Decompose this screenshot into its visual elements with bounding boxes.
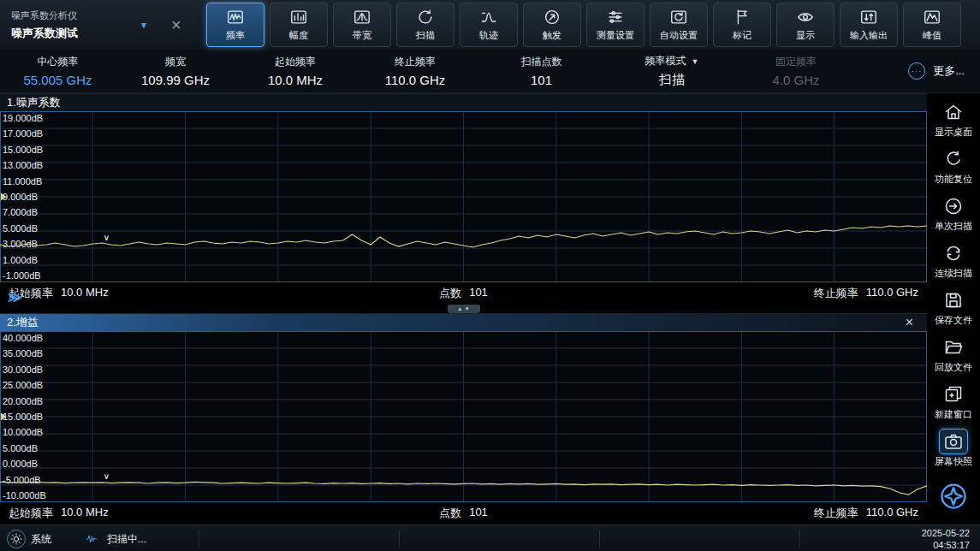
system-label: 系统: [31, 532, 51, 547]
app-close-icon[interactable]: ×: [162, 15, 191, 35]
param-label: 固定频率: [775, 55, 817, 69]
system-button[interactable]: 系统: [0, 530, 51, 548]
toolbar-button-peak[interactable]: 峰值: [903, 3, 961, 47]
y-axis-tick-label: 3.000dB: [3, 239, 38, 249]
datetime-display: 2025-05-22 04:53:17: [922, 527, 980, 551]
toolbar-button-io[interactable]: 输入输出: [840, 3, 898, 47]
toolbar-button-bandwidth[interactable]: 带宽: [333, 3, 391, 47]
param-field-2[interactable]: 起始频率10.0 MHz: [235, 50, 355, 92]
main-toolbar: 频率幅度带宽扫描轨迹触发测量设置自动设置标记显示输入输出峰值: [206, 3, 961, 47]
param-label: 频率模式: [645, 54, 686, 68]
param-value: 110.0 GHz: [385, 73, 446, 87]
toolbar-button-sweep[interactable]: 扫描: [396, 3, 454, 47]
playback-icon: [940, 335, 967, 359]
start-freq-label: 起始频率: [9, 506, 53, 521]
navigator-icon: [936, 479, 971, 513]
sidebar-button-continuous-sweep[interactable]: 连续扫描: [927, 237, 980, 284]
sidebar-button-label: 功能复位: [935, 173, 972, 186]
content-area: 1.噪声系数19.000dB17.000dB15.000dB13.000dB11…: [0, 93, 980, 524]
device-name: 噪声系数分析仪: [11, 9, 140, 22]
sidebar-button-save[interactable]: 保存文件: [927, 284, 980, 331]
trace-marker-icon: ∨: [104, 471, 110, 481]
splitter-handle[interactable]: ▴▾: [448, 305, 480, 313]
param-value: 扫描: [659, 72, 685, 88]
sidebar-button-label: 连续扫描: [935, 267, 972, 280]
gain-plot[interactable]: 40.000dB35.000dB30.000dB25.000dB20.000dB…: [0, 331, 927, 502]
points-label: 点数: [439, 286, 461, 301]
right-sidebar: 显示桌面功能复位单次扫描连续扫描保存文件回放文件新建窗口屏幕快照: [927, 93, 980, 524]
toolbar-button-measure-setup[interactable]: 测量设置: [586, 3, 644, 47]
y-axis-tick-label: 15.000dB: [3, 412, 43, 422]
param-field-3[interactable]: 终止频率110.0 GHz: [355, 50, 475, 92]
statusbar-separator: [399, 530, 400, 548]
toolbar-button-label: 测量设置: [597, 29, 634, 42]
toolbar-button-label: 带宽: [353, 29, 371, 42]
statusbar-separator: [599, 530, 600, 548]
date-label: 2025-05-22: [922, 527, 970, 539]
y-axis-tick-label: 19.000dB: [3, 113, 43, 123]
reset-icon: [940, 147, 967, 171]
param-field-1[interactable]: 频宽109.99 GHz: [116, 50, 235, 92]
sidebar-button-screenshot[interactable]: 屏幕快照: [927, 425, 980, 472]
y-axis-tick-label: 15.000dB: [3, 145, 43, 155]
mode-dropdown-caret[interactable]: ▼: [140, 21, 148, 30]
window-splitter: ▴▾: [0, 305, 927, 313]
sidebar-button-reset[interactable]: 功能复位: [927, 143, 980, 190]
chart-title-bar[interactable]: 2.增益×: [0, 313, 927, 331]
sidebar-button-navigator[interactable]: [927, 472, 980, 519]
more-button[interactable]: ···更多...: [908, 62, 980, 80]
y-axis-tick-label: -1.000dB: [3, 270, 41, 281]
scan-status[interactable]: 扫描中...: [82, 532, 146, 547]
param-value: 101: [531, 73, 552, 87]
noise-figure-plot[interactable]: 19.000dB17.000dB15.000dB13.000dB11.000dB…: [0, 111, 927, 282]
y-axis-tick-label: 9.000dB: [3, 192, 38, 202]
expand-chevron[interactable]: ≫: [8, 289, 22, 305]
chevron-down-icon: ▼: [692, 57, 699, 66]
sidebar-button-desktop[interactable]: 显示桌面: [927, 96, 980, 143]
points-value: 101: [469, 506, 488, 521]
sidebar-button-single-sweep[interactable]: 单次扫描: [927, 190, 980, 237]
param-label: 扫描点数: [521, 55, 562, 69]
parameter-bar: 中心频率55.005 GHz频宽109.99 GHz起始频率10.0 MHz终止…: [0, 50, 980, 93]
toolbar-button-label: 显示: [796, 29, 815, 42]
sidebar-button-label: 保存文件: [935, 314, 972, 327]
start-freq-value: 10.0 MHz: [61, 286, 109, 301]
param-label: 中心频率: [38, 55, 79, 69]
trace-icon: [479, 8, 498, 27]
sidebar-button-label: 回放文件: [935, 361, 972, 374]
sidebar-button-playback[interactable]: 回放文件: [927, 331, 980, 378]
toolbar-button-label: 频率: [226, 29, 245, 42]
toolbar-button-amplitude[interactable]: 幅度: [270, 3, 328, 47]
screenshot-icon: [940, 430, 967, 453]
param-value: 10.0 MHz: [268, 73, 323, 87]
toolbar-button-label: 自动设置: [660, 29, 698, 42]
param-field-0[interactable]: 中心频率55.005 GHz: [0, 50, 116, 92]
sidebar-button-new-window[interactable]: 新建窗口: [927, 378, 980, 425]
toolbar-button-display[interactable]: 显示: [776, 3, 834, 47]
io-icon: [859, 8, 878, 27]
y-axis-tick-label: 30.000dB: [3, 364, 43, 375]
toolbar-button-frequency[interactable]: 频率: [206, 3, 264, 47]
y-axis-tick-label: 10.000dB: [3, 427, 43, 437]
toolbar-button-marker[interactable]: 标记: [713, 3, 771, 47]
y-axis-tick-label: 5.000dB: [3, 443, 38, 453]
toolbar-button-trace[interactable]: 轨迹: [460, 3, 518, 47]
scan-status-label: 扫描中...: [107, 532, 146, 547]
app-identity[interactable]: 噪声系数分析仪 噪声系数测试: [0, 9, 140, 41]
y-axis-tick-label: 25.000dB: [3, 380, 43, 390]
param-label: 终止频率: [395, 55, 436, 69]
sidebar-button-label: 显示桌面: [935, 126, 972, 139]
noise-figure-window: 1.噪声系数19.000dB17.000dB15.000dB13.000dB11…: [0, 93, 927, 305]
y-axis-tick-label: -5.000dB: [3, 475, 41, 485]
points-label: 点数: [439, 506, 461, 521]
chart-stack: 1.噪声系数19.000dB17.000dB15.000dB13.000dB11…: [0, 93, 927, 524]
param-field-4[interactable]: 扫描点数101: [475, 50, 608, 92]
time-label: 04:53:17: [922, 539, 970, 551]
chart-title-bar[interactable]: 1.噪声系数: [0, 93, 927, 111]
chart-close-icon[interactable]: ×: [906, 316, 913, 329]
sidebar-button-label: 单次扫描: [935, 220, 972, 233]
param-field-5[interactable]: 频率模式▼扫描: [608, 50, 736, 92]
statusbar-separator: [799, 530, 800, 548]
toolbar-button-trigger[interactable]: 触发: [523, 3, 581, 47]
toolbar-button-auto-setup[interactable]: 自动设置: [650, 3, 708, 47]
